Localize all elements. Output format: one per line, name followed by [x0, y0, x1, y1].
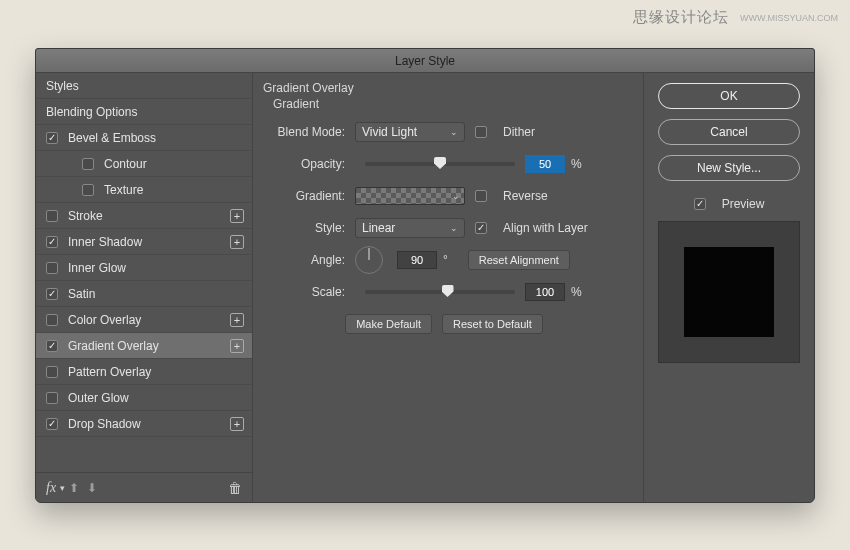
cancel-button[interactable]: Cancel — [658, 119, 800, 145]
sidebar-item-gradient-overlay[interactable]: Gradient Overlay+ — [36, 333, 252, 359]
reverse-check[interactable]: Reverse — [475, 189, 548, 203]
plus-icon[interactable]: + — [230, 235, 244, 249]
row-style: Style: Linear ⌄ Align with Layer — [263, 215, 625, 241]
sidebar-item-label: Satin — [68, 287, 95, 301]
sidebar-item-label: Styles — [46, 79, 79, 93]
checkbox-icon — [46, 236, 58, 248]
opacity-input[interactable]: 50 — [525, 155, 565, 173]
opacity-slider[interactable] — [365, 162, 515, 166]
sidebar-item-label: Stroke — [68, 209, 103, 223]
align-label: Align with Layer — [503, 221, 588, 235]
checkbox-icon — [46, 262, 58, 274]
preview-check[interactable]: Preview — [658, 197, 800, 211]
scale-input[interactable]: 100 — [525, 283, 565, 301]
sidebar-item-label: Inner Shadow — [68, 235, 142, 249]
angle-label: Angle: — [263, 253, 355, 267]
panel-section: Gradient — [273, 97, 625, 111]
sidebar-item-label: Gradient Overlay — [68, 339, 159, 353]
blend-mode-label: Blend Mode: — [263, 125, 355, 139]
arrow-down-icon[interactable]: ⬇ — [87, 481, 97, 495]
checkbox-icon — [475, 126, 487, 138]
row-blend-mode: Blend Mode: Vivid Light ⌄ Dither — [263, 119, 625, 145]
sidebar-item-color-overlay[interactable]: Color Overlay+ — [36, 307, 252, 333]
checkbox-icon — [46, 288, 58, 300]
preview-label: Preview — [722, 197, 765, 211]
effects-sidebar: StylesBlending OptionsBevel & EmbossCont… — [36, 73, 253, 502]
sidebar-item-label: Texture — [104, 183, 143, 197]
angle-dial[interactable] — [355, 246, 383, 274]
dither-check[interactable]: Dither — [475, 125, 535, 139]
row-opacity: Opacity: 50 % — [263, 151, 625, 177]
sidebar-item-inner-glow[interactable]: Inner Glow — [36, 255, 252, 281]
checkbox-icon — [82, 184, 94, 196]
sidebar-item-label: Contour — [104, 157, 147, 171]
arrow-up-icon[interactable]: ⬆ — [69, 481, 79, 495]
angle-input[interactable]: 90 — [397, 251, 437, 269]
plus-icon[interactable]: + — [230, 417, 244, 431]
sidebar-item-styles[interactable]: Styles — [36, 73, 252, 99]
sidebar-item-stroke[interactable]: Stroke+ — [36, 203, 252, 229]
checkbox-icon — [46, 366, 58, 378]
sidebar-item-label: Color Overlay — [68, 313, 141, 327]
fx-icon[interactable]: fx — [46, 480, 56, 496]
effects-list: StylesBlending OptionsBevel & EmbossCont… — [36, 73, 252, 472]
row-gradient: Gradient: ⌄ Reverse — [263, 183, 625, 209]
panel-title: Gradient Overlay — [263, 81, 625, 95]
reset-default-button[interactable]: Reset to Default — [442, 314, 543, 334]
blend-mode-select[interactable]: Vivid Light ⌄ — [355, 122, 465, 142]
plus-icon[interactable]: + — [230, 209, 244, 223]
preview-swatch — [684, 247, 774, 337]
sidebar-item-label: Outer Glow — [68, 391, 129, 405]
checkbox-icon — [46, 340, 58, 352]
checkbox-icon — [82, 158, 94, 170]
style-select[interactable]: Linear ⌄ — [355, 218, 465, 238]
row-angle: Angle: 90 ° Reset Alignment — [263, 247, 625, 273]
checkbox-icon — [46, 314, 58, 326]
plus-icon[interactable]: + — [230, 313, 244, 327]
sidebar-item-texture[interactable]: Texture — [36, 177, 252, 203]
watermark-text: 思缘设计论坛 — [633, 8, 729, 25]
reverse-label: Reverse — [503, 189, 548, 203]
checkbox-icon — [46, 132, 58, 144]
sidebar-item-contour[interactable]: Contour — [36, 151, 252, 177]
plus-icon[interactable]: + — [230, 339, 244, 353]
gradient-label: Gradient: — [263, 189, 355, 203]
checkbox-icon — [475, 222, 487, 234]
scale-unit: % — [571, 285, 582, 299]
sidebar-item-label: Inner Glow — [68, 261, 126, 275]
sidebar-item-outer-glow[interactable]: Outer Glow — [36, 385, 252, 411]
dialog-body: StylesBlending OptionsBevel & EmbossCont… — [36, 73, 814, 502]
sidebar-item-blending-options[interactable]: Blending Options — [36, 99, 252, 125]
dialog-title: Layer Style — [36, 49, 814, 73]
sidebar-item-satin[interactable]: Satin — [36, 281, 252, 307]
style-value: Linear — [362, 221, 395, 235]
align-check[interactable]: Align with Layer — [475, 221, 588, 235]
chevron-down-icon: ⌄ — [450, 127, 458, 137]
row-scale: Scale: 100 % — [263, 279, 625, 305]
sidebar-item-label: Pattern Overlay — [68, 365, 151, 379]
sidebar-item-bevel-emboss[interactable]: Bevel & Emboss — [36, 125, 252, 151]
chevron-down-icon: ⌄ — [452, 191, 460, 201]
row-defaults: Make Default Reset to Default — [263, 311, 625, 337]
chevron-down-icon: ▾ — [60, 483, 65, 493]
scale-slider[interactable] — [365, 290, 515, 294]
chevron-down-icon: ⌄ — [450, 223, 458, 233]
dither-label: Dither — [503, 125, 535, 139]
sidebar-item-drop-shadow[interactable]: Drop Shadow+ — [36, 411, 252, 437]
watermark: 思缘设计论坛 WWW.MISSYUAN.COM — [633, 8, 838, 27]
reset-alignment-button[interactable]: Reset Alignment — [468, 250, 570, 270]
checkbox-icon — [694, 198, 706, 210]
checkbox-icon — [475, 190, 487, 202]
sidebar-item-pattern-overlay[interactable]: Pattern Overlay — [36, 359, 252, 385]
ok-button[interactable]: OK — [658, 83, 800, 109]
gradient-swatch[interactable]: ⌄ — [355, 187, 465, 205]
opacity-label: Opacity: — [263, 157, 355, 171]
sidebar-item-label: Drop Shadow — [68, 417, 141, 431]
watermark-url: WWW.MISSYUAN.COM — [740, 13, 838, 23]
trash-icon[interactable]: 🗑 — [228, 480, 242, 496]
opacity-unit: % — [571, 157, 582, 171]
sidebar-item-inner-shadow[interactable]: Inner Shadow+ — [36, 229, 252, 255]
new-style-button[interactable]: New Style... — [658, 155, 800, 181]
make-default-button[interactable]: Make Default — [345, 314, 432, 334]
style-label: Style: — [263, 221, 355, 235]
